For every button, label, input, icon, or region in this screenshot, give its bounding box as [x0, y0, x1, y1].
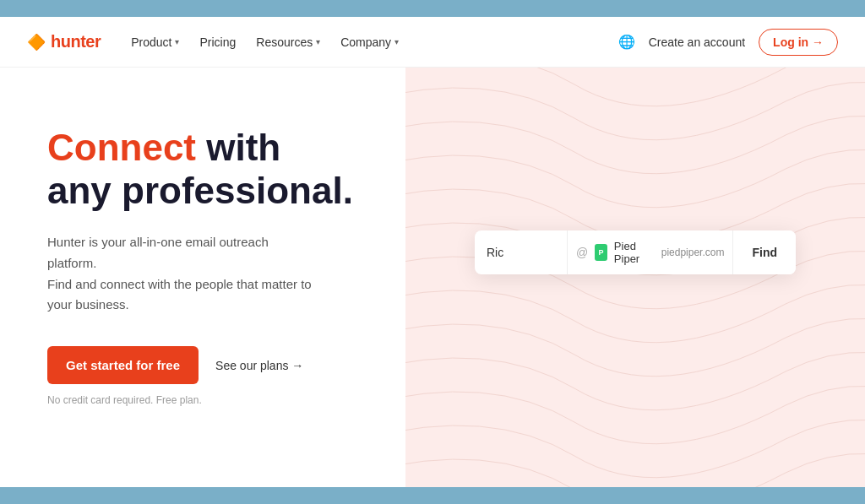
headline-accent: Connect	[47, 127, 196, 168]
create-account-link[interactable]: Create an account	[649, 35, 745, 49]
chevron-down-icon: ▾	[394, 37, 399, 46]
nav-label-pricing: Pricing	[199, 35, 236, 49]
nav-item-pricing[interactable]: Pricing	[199, 35, 236, 49]
nav-label-resources: Resources	[256, 35, 313, 49]
nav-item-product[interactable]: Product ▾	[131, 35, 179, 49]
hero-section: Connect withany professional. Hunter is …	[0, 68, 865, 487]
finder-name-field[interactable]: Ric	[475, 230, 568, 274]
logo[interactable]: 🔶 hunter	[27, 32, 101, 51]
get-started-button[interactable]: Get started for free	[47, 346, 199, 384]
find-button[interactable]: Find	[733, 230, 796, 274]
chevron-down-icon: ▾	[175, 37, 179, 46]
email-finder-widget: Ric @ P Pied Piper piedpiper.com Find	[475, 230, 796, 274]
logo-icon: 🔶	[27, 33, 46, 51]
nav-label-company: Company	[340, 35, 391, 49]
login-button[interactable]: Log in →	[759, 29, 838, 56]
company-logo: P	[595, 244, 607, 261]
hero-headline: Connect withany professional.	[47, 127, 365, 212]
background-pattern	[405, 68, 865, 487]
navbar: 🔶 hunter Product ▾ Pricing Resources ▾ C…	[0, 17, 865, 68]
nav-right: 🌐 Create an account Log in →	[618, 29, 838, 56]
company-name: Pied Piper	[614, 240, 651, 265]
see-plans-link[interactable]: See our plans →	[215, 359, 303, 372]
nav-item-company[interactable]: Company ▾	[340, 35, 399, 49]
hero-subtitle: Hunter is your all-in-one email outreach…	[47, 232, 318, 316]
hero-left: Connect withany professional. Hunter is …	[0, 68, 405, 487]
at-icon: @	[576, 246, 588, 259]
no-credit-card-note: No credit card required. Free plan.	[47, 394, 365, 406]
cta-row: Get started for free See our plans →	[47, 346, 365, 384]
nav-links: Product ▾ Pricing Resources ▾ Company ▾	[131, 35, 617, 49]
name-value: Ric	[487, 246, 503, 259]
chevron-down-icon: ▾	[316, 37, 320, 46]
company-domain: piedpiper.com	[661, 247, 725, 258]
globe-icon[interactable]: 🌐	[618, 34, 635, 50]
nav-item-resources[interactable]: Resources ▾	[256, 35, 320, 49]
finder-company-section[interactable]: @ P Pied Piper piedpiper.com	[568, 230, 733, 274]
nav-label-product: Product	[131, 35, 171, 49]
hero-right: Ric @ P Pied Piper piedpiper.com Find	[405, 68, 865, 487]
logo-text: hunter	[51, 32, 101, 51]
